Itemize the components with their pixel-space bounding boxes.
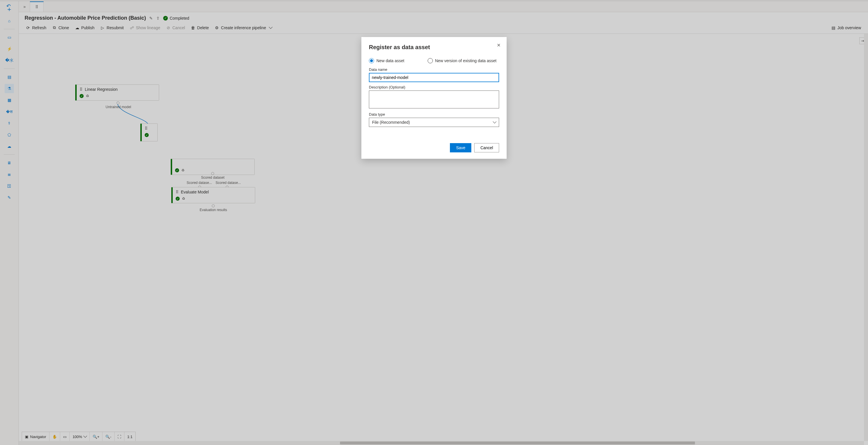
data-type-value: File (Recommended) — [372, 120, 410, 125]
radio-new-data-asset[interactable]: New data asset — [369, 58, 404, 63]
data-type-label: Data type — [369, 112, 499, 117]
radio-icon — [428, 58, 433, 63]
close-button[interactable]: ✕ — [494, 41, 503, 49]
radio-icon — [369, 58, 374, 63]
register-data-asset-dialog: ✕ Register as data asset New data asset … — [361, 37, 507, 159]
save-label: Save — [456, 146, 465, 150]
data-name-input[interactable] — [369, 73, 499, 82]
cancel-label: Cancel — [480, 146, 493, 150]
cancel-button[interactable]: Cancel — [474, 143, 499, 152]
modal-overlay: ✕ Register as data asset New data asset … — [0, 0, 868, 445]
radio-new-label: New data asset — [376, 58, 404, 63]
data-type-select[interactable]: File (Recommended) — [369, 118, 499, 127]
data-name-label: Data name — [369, 67, 499, 72]
description-input[interactable] — [369, 91, 499, 108]
chevron-down-icon — [493, 120, 496, 125]
radio-version-label: New version of existing data asset — [435, 58, 496, 63]
save-button[interactable]: Save — [450, 143, 471, 152]
dialog-title: Register as data asset — [369, 44, 499, 51]
description-label: Description (Optional) — [369, 85, 499, 89]
radio-new-version[interactable]: New version of existing data asset — [428, 58, 496, 63]
